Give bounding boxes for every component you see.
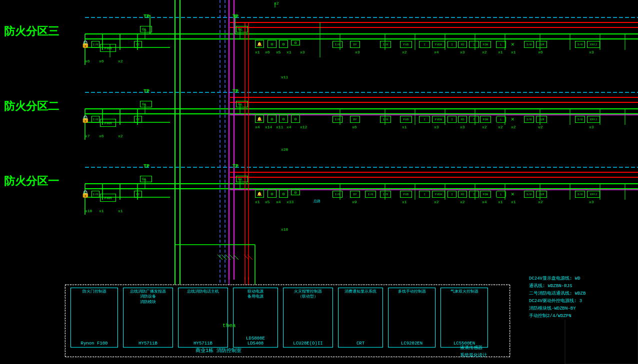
svg-line-84 (234, 255, 238, 260)
panel-cell7-label: 多线手动控制器 (398, 289, 426, 294)
bottom-text2: 系统弧化设计 (460, 352, 487, 359)
zone3-fvd-box: I/O (380, 41, 391, 48)
panel-cell-3: 总线消防电话主机 HY5711B (178, 288, 228, 348)
zone3-fd-box: FD (458, 41, 467, 48)
zone2-gl2-box: GL (236, 101, 248, 107)
zone3-dy-box: DY (350, 41, 360, 48)
zone1-fvd-box: FVD (400, 191, 412, 198)
zone3-fvd2-box: FVD (400, 41, 412, 48)
zone3-dy-label: x3 (355, 50, 360, 54)
zone1-io3-box: I/O (365, 191, 376, 198)
right-label-5: 消防模块线-WDZBN-BY (528, 305, 638, 312)
zone2-x6-label: x6 (99, 134, 104, 138)
zone3-io2-box: I/O (332, 41, 342, 48)
zone2-fi-box: FI (134, 116, 142, 123)
zone3-fi-box: FI (134, 41, 142, 48)
right-label-6: 手动控制2/4/WDZPN (528, 312, 638, 320)
zone3-fire3: ⚙ (279, 40, 288, 48)
right-label-1: DC24V显示盘电源线: WD (528, 275, 638, 282)
zone1-fvd-label: x1 (402, 200, 407, 204)
zone2-fire2: ⚙ (268, 115, 276, 123)
panel-cell5-label: 火灾报警控制器（联动型） (294, 289, 322, 300)
zone3-jlm-label: x6 (538, 50, 543, 54)
zone1-special-label: 总路 (314, 199, 320, 204)
zone3-io1-box: I/O (92, 41, 100, 48)
zone3-fire1: 🔔 (255, 40, 264, 48)
zone3-valve-label: x1 (511, 50, 516, 54)
zone2-dy-box: DY (350, 116, 360, 123)
zone2-xffj-label: x3 (589, 125, 594, 129)
right-label-3: 二号消防电话通讯线: WDZB (528, 290, 638, 297)
panel-cell1-value: Rynon F100 (80, 341, 108, 346)
svg-line-82 (226, 255, 230, 260)
top-label-x2: x2 (274, 1, 279, 5)
svg-line-80 (218, 255, 222, 260)
zone3-fire4: ⚙ (291, 40, 300, 45)
zone2-fd-label: x3 (460, 125, 465, 129)
zone3-xffj-box: XFFJ (587, 41, 600, 48)
svg-line-81 (222, 255, 226, 260)
panel-cell6-value: CRT (356, 341, 364, 346)
zone2-fire3: ⚙ (279, 115, 288, 123)
zone3-fire-label2: x6 (265, 50, 270, 54)
zone1-l-label: x1 (498, 200, 503, 204)
zone3-fire-label4: x1 (286, 50, 292, 54)
zone1-gl2-box: GL (236, 176, 248, 182)
zone2-fhm-box: FHM (100, 119, 116, 127)
zone2-fire-x14: x14 (265, 125, 272, 129)
zone3-fdh-label: x2 (482, 50, 487, 54)
zone2-jlm-box: JLM (536, 116, 547, 123)
panel-cell1-label: 防火门控制器 (82, 289, 106, 294)
zone1-valve-label: x1 (511, 200, 516, 204)
zone1-label: 防火分区一 (4, 174, 59, 189)
zone2-vd-box: I/O (575, 116, 585, 123)
zone1-jlm-label: x2 (538, 200, 543, 204)
zone1-fire-x4: x4 (276, 200, 281, 204)
zone2-fd-box: FD (458, 116, 467, 123)
zone3-v11-label: v11 (281, 75, 288, 79)
zone1-fvdh-box: FVDH (432, 191, 445, 198)
zone1-x10-label: x10 (85, 209, 92, 213)
right-label-4: DC24V驱动外控电源线: 3 (528, 297, 638, 305)
svg-line-83 (230, 255, 234, 260)
zone3-fdh-box: FDH (480, 41, 491, 48)
panel-cell3-value: HY5711B (194, 341, 212, 346)
zone2-gl1-box: GL (140, 101, 152, 107)
zone2-tp1-label: TP (144, 89, 150, 94)
zone1-jlm-box: JLM (536, 191, 547, 198)
zone3-x6-label1: x6 (85, 59, 90, 63)
zone3-fvdh-label: x4 (434, 50, 439, 54)
panel-cell3-label: 总线消防电话主机 (187, 289, 219, 294)
panel-cell7-value: LC9202EN (401, 341, 422, 346)
zone3-vd-box: I/O (575, 41, 585, 48)
zone1-x1-label: x1 (99, 209, 104, 213)
zone2-valve-icon: ✕ (511, 116, 514, 122)
zone1-fire2: ⚙ (268, 190, 276, 198)
zone1-fire-x1: x1 (255, 200, 260, 204)
zone1-lock-icon: 🔒 (81, 190, 90, 198)
panel-cell-8: 气体双火控制器 LC5500EN (440, 288, 488, 348)
bottom-panel: 防火门控制器 Rynon F100 总线消防广播发报器消防设备消防模块 HY57… (65, 285, 510, 357)
zone2-fire-x4b: x4 (286, 125, 292, 129)
zone1-tp1-label: TP (144, 164, 150, 169)
zone2-fvd-box: FVD (400, 116, 412, 123)
zone1-fi-box: FI (134, 191, 142, 198)
zone1-l-box: L (496, 191, 506, 198)
zone3-fire-label5: x3 (300, 50, 305, 54)
zone2-fdh-label: x2 (482, 125, 487, 129)
zone1-dy-label: x9 (352, 200, 357, 204)
zone2-lock-icon: 🔒 (81, 115, 90, 123)
zone2-fire1: 🔔 (255, 115, 264, 123)
zone1-valve-icon: ✕ (511, 191, 514, 197)
zone2-fdh-box: FDH (480, 116, 491, 123)
zone2-l-label: x2 (498, 125, 503, 129)
zone3-fhm-box: FHM (100, 44, 116, 52)
zone2-valve-label: x2 (511, 125, 516, 129)
zone2-io3-box: I/O (380, 116, 391, 123)
zone1-fd-label: x2 (460, 200, 465, 204)
zone1-io2-box: I/O (332, 191, 342, 198)
zone2-dy-label: x6 (352, 125, 357, 129)
zone1-fire3: ⚙ (279, 190, 288, 198)
zone3-fire-label1: x1 (255, 50, 260, 54)
zone3-tp1-label: TP (144, 14, 150, 19)
